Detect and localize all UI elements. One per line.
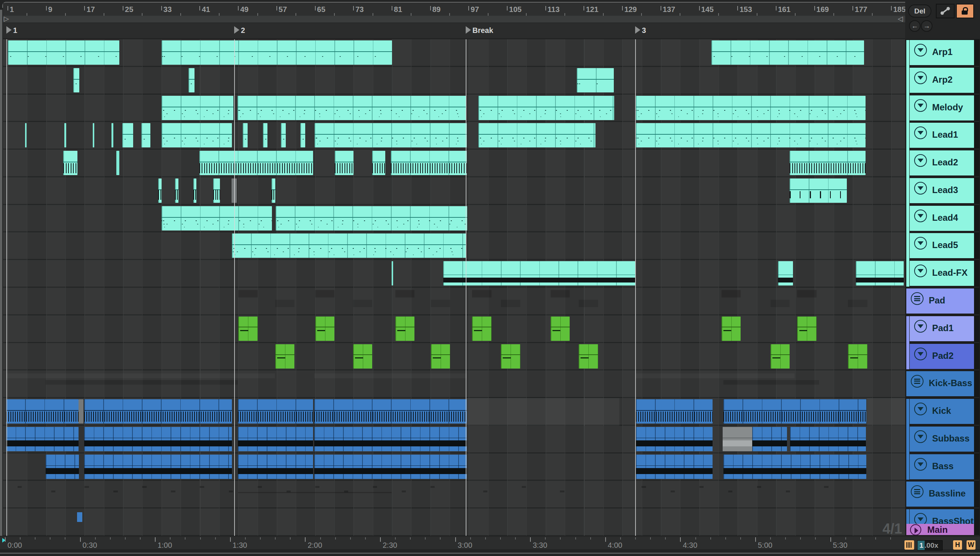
track-lane-lead3[interactable]: [3, 177, 905, 205]
clip[interactable]: [722, 317, 741, 341]
collapse-arrow-icon[interactable]: [914, 348, 927, 360]
track-header-arp1[interactable]: Arp1: [910, 40, 974, 65]
locator-row[interactable]: 12Break3: [3, 23, 905, 39]
track-lane-subbass[interactable]: [3, 426, 905, 454]
clip[interactable]: [778, 261, 793, 286]
delete-button[interactable]: Del: [908, 5, 932, 18]
collapse-arrow-icon[interactable]: [914, 99, 927, 112]
track-header-kick[interactable]: Kick: [910, 399, 974, 424]
clip[interactable]: [501, 344, 520, 369]
track-header-lead2[interactable]: Lead2: [910, 150, 974, 176]
lock-envelopes-button[interactable]: [956, 4, 974, 18]
locator-flag-icon[interactable]: [466, 26, 471, 34]
clip[interactable]: [84, 427, 232, 451]
locator-label[interactable]: 2: [241, 26, 245, 35]
track-lane-arp1[interactable]: [3, 39, 905, 67]
clip[interactable]: [8, 40, 119, 65]
clip[interactable]: [392, 261, 393, 286]
clip[interactable]: [161, 96, 234, 120]
clip[interactable]: [79, 399, 83, 423]
clip[interactable]: [238, 427, 313, 451]
track-header-lead3[interactable]: Lead3: [910, 178, 974, 203]
clip[interactable]: [723, 427, 752, 451]
clip[interactable]: [6, 427, 79, 451]
track-header-lead5[interactable]: Lead5: [910, 233, 974, 258]
clip[interactable]: [300, 123, 305, 147]
play-icon[interactable]: [910, 524, 921, 535]
clip[interactable]: [238, 399, 313, 423]
clip[interactable]: [194, 178, 197, 203]
track-header-pad[interactable]: Pad: [906, 288, 974, 314]
clip[interactable]: [189, 68, 195, 92]
clip[interactable]: [161, 206, 272, 231]
clip[interactable]: [353, 344, 372, 369]
group-fold-icon[interactable]: [911, 292, 923, 305]
scrub-strip[interactable]: ▷ ◁: [3, 16, 905, 23]
track-header-kick-bass[interactable]: Kick-Bass: [906, 371, 974, 396]
track-lane-bassshot1[interactable]: [3, 509, 905, 536]
collapse-arrow-icon[interactable]: [914, 182, 927, 195]
zoom-speed-digit[interactable]: 1: [917, 541, 925, 550]
clip[interactable]: [712, 40, 864, 65]
track-lane-kick-bass[interactable]: [3, 370, 905, 398]
clip[interactable]: [551, 317, 570, 341]
track-header-bass[interactable]: Bass: [910, 454, 974, 479]
clip[interactable]: [723, 454, 867, 479]
track-lane-lead5[interactable]: [3, 232, 905, 260]
clip[interactable]: [577, 68, 614, 92]
collapse-arrow-icon[interactable]: [914, 402, 927, 415]
clip[interactable]: [237, 96, 466, 120]
clip[interactable]: [478, 96, 614, 120]
clip[interactable]: [396, 317, 415, 341]
clip[interactable]: [122, 123, 134, 147]
clip[interactable]: [238, 454, 313, 479]
track-header-pad2[interactable]: Pad2: [910, 344, 974, 369]
clip[interactable]: [63, 151, 78, 175]
locator-flag-icon[interactable]: [6, 26, 11, 34]
track-lane-lead-fx[interactable]: [3, 260, 905, 288]
clip[interactable]: [199, 151, 313, 175]
collapse-arrow-icon[interactable]: [914, 430, 927, 443]
clip[interactable]: [232, 233, 466, 258]
collapse-arrow-icon[interactable]: [914, 265, 927, 277]
forward-arrow-button[interactable]: →: [921, 20, 933, 32]
locator-label[interactable]: 1: [13, 26, 17, 35]
clip[interactable]: [314, 454, 467, 479]
track-header-subbass[interactable]: Subbass: [910, 427, 974, 452]
clip[interactable]: [789, 178, 847, 203]
track-lane-bassline[interactable]: [3, 481, 905, 509]
clip[interactable]: [856, 261, 904, 286]
locator-flag-icon[interactable]: [635, 26, 640, 34]
clip[interactable]: [848, 344, 867, 369]
collapse-arrow-icon[interactable]: [914, 237, 927, 250]
clip[interactable]: [161, 123, 232, 147]
track-header-main[interactable]: Main: [906, 524, 974, 535]
group-fold-icon[interactable]: [911, 375, 923, 388]
optimize-width-button[interactable]: W: [967, 540, 975, 550]
clip[interactable]: [73, 68, 80, 92]
clip[interactable]: [636, 399, 712, 423]
audition-button[interactable]: [904, 540, 914, 550]
clip[interactable]: [84, 399, 232, 423]
track-lane-melody[interactable]: [3, 95, 905, 122]
track-header-melody[interactable]: Melody: [910, 95, 974, 120]
clip[interactable]: [84, 454, 232, 479]
clip[interactable]: [579, 344, 598, 369]
clip[interactable]: [93, 123, 94, 147]
clip[interactable]: [372, 151, 385, 175]
clip[interactable]: [116, 151, 119, 175]
locator-label[interactable]: Break: [472, 26, 493, 35]
back-arrow-button[interactable]: ←: [909, 20, 920, 32]
clip[interactable]: [6, 399, 79, 423]
clip[interactable]: [770, 344, 789, 369]
zoom-speed-control[interactable]: 1.00x: [917, 540, 943, 550]
track-lane-lead1[interactable]: [3, 122, 905, 150]
track-lane-pad1[interactable]: [3, 315, 905, 343]
clip[interactable]: [314, 399, 467, 423]
track-header-lead-fx[interactable]: Lead-FX: [910, 261, 974, 286]
clip[interactable]: [752, 427, 787, 451]
track-lane-bass[interactable]: [3, 454, 905, 481]
clip[interactable]: [46, 454, 79, 479]
clip[interactable]: [636, 96, 865, 120]
bar-ruler[interactable]: 1917253341495765738189971051131211291371…: [3, 3, 905, 16]
